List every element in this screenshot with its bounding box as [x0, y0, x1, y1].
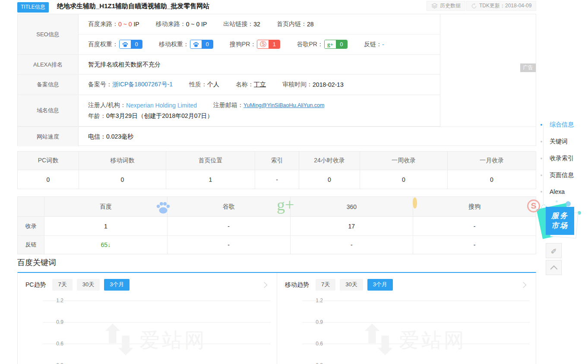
range-3m-button[interactable]: 3个月	[104, 279, 130, 291]
pencil-icon: ✎	[550, 246, 556, 255]
mobile-trend-chart: 移动趋势 7天 30天 3个月 1.2 0.9 0.6 0.3 爱站网	[277, 273, 536, 364]
engine-col-360: 360	[291, 197, 414, 216]
backlinks-google: -	[168, 236, 291, 254]
nav-dot-icon	[540, 157, 543, 160]
outbound-links: 出站链接：32	[223, 20, 260, 28]
stats-header: 一月收录	[448, 152, 536, 170]
stats-header: 移动词数	[79, 152, 166, 170]
site-speed-row: 网站速度 电信：0.023毫秒	[18, 127, 536, 146]
sidebar-item-keywords[interactable]: 关键词	[540, 138, 568, 146]
tdk-update-info: TDK更新：2018-04-09	[466, 1, 536, 11]
aizhan-watermark: 爱站网	[104, 323, 207, 358]
baidu-paw-icon	[155, 199, 171, 217]
pc-trend-chart: PC趋势 7天 30天 3个月 1.2 0.9 0.6 0.3 爱站网	[18, 273, 277, 364]
chevron-right-icon[interactable]	[261, 282, 267, 288]
sogou-s-icon: S	[527, 199, 540, 212]
baidu-weight-badge[interactable]: 0	[119, 40, 142, 49]
indexed-baidu[interactable]: 1	[44, 217, 168, 235]
backlinks: 反链： -	[364, 41, 384, 48]
y-tick: 1.2	[306, 298, 323, 304]
sidebar-item-index[interactable]: 收录索引	[540, 155, 574, 162]
google-pr-badge[interactable]: g+ 0	[324, 40, 348, 49]
y-tick: 0.6	[46, 341, 63, 347]
backlinks-baidu[interactable]: 65↓	[44, 236, 168, 254]
mobile-traffic: 移动来路：0 ~ 0 IP	[156, 20, 207, 28]
stats-value: -	[255, 170, 299, 189]
indexed-360[interactable]: 17	[291, 217, 414, 235]
nav-dot-icon	[540, 123, 543, 127]
y-tick: 0.3	[46, 362, 63, 364]
icp-record-row: 备案信息 备案号：浙ICP备18007267号-1 性质：个人 名称：丁立 审核…	[18, 75, 440, 95]
sogou-pr-badge[interactable]: Ⓢ 1	[257, 40, 280, 49]
icp-number-link[interactable]: 浙ICP备18007267号-1	[112, 81, 173, 89]
keyword-stats-table: PC词数 移动词数 首页位置 索引 24小时收录 一周收录 一月收录 0 0 1…	[17, 151, 536, 189]
pc-trend-label: PC趋势	[25, 281, 46, 289]
stats-value: 0	[448, 170, 536, 189]
range-7d-button[interactable]: 7天	[316, 279, 335, 291]
baidu-paw-icon	[120, 40, 131, 48]
aizhan-logo-icon	[364, 323, 394, 358]
history-data-button[interactable]: 历史数据	[427, 1, 465, 11]
stats-header: 索引	[255, 152, 299, 170]
stats-header: 首页位置	[166, 152, 255, 170]
nav-dot-icon	[540, 174, 543, 177]
baidu-weight: 百度权重： 0	[88, 40, 142, 49]
y-tick: 0.3	[306, 362, 323, 364]
range-3m-button[interactable]: 3个月	[367, 279, 393, 291]
trend-charts-panel: PC趋势 7天 30天 3个月 1.2 0.9 0.6 0.3 爱站网 移动趋势…	[17, 272, 536, 364]
y-tick: 0.9	[46, 319, 63, 325]
layers-icon	[431, 3, 438, 9]
sidebar-item-overview[interactable]: 综合信息	[540, 121, 574, 129]
homepage-internal-links: 首页内链：28	[277, 20, 314, 28]
ad-area: 广告	[441, 14, 536, 126]
stats-value: 1	[166, 170, 255, 189]
mobile-weight-badge[interactable]: 0	[190, 40, 213, 49]
mobile-trend-label: 移动趋势	[285, 281, 309, 289]
stats-value: 0	[18, 170, 79, 189]
nav-dot-icon	[540, 190, 543, 193]
chevron-up-icon	[550, 265, 557, 272]
stats-value: 0	[360, 170, 448, 189]
backlinks-sogou: -	[413, 236, 536, 254]
baidu-keywords-title: 百度关键词	[17, 257, 56, 268]
mobile-weight: 移动权重： 0	[159, 40, 213, 49]
stats-header: PC词数	[18, 152, 79, 170]
backlinks-360: -	[291, 236, 414, 254]
indexed-google: -	[168, 217, 291, 235]
sidebar-item-alexa[interactable]: Alexa	[540, 188, 565, 195]
y-tick: 0.6	[306, 341, 323, 347]
stats-value: 0	[79, 170, 166, 189]
record-name-link[interactable]: 丁立	[254, 81, 266, 89]
seo-row-label: SEO信息	[18, 14, 79, 54]
feedback-edit-button[interactable]: ✎	[546, 243, 562, 258]
range-30d-button[interactable]: 30天	[340, 279, 363, 291]
engine-corner-cell	[18, 197, 44, 216]
registrant-email-link[interactable]: YuMing@YinSiBaoHu.AliYun.com	[243, 102, 324, 108]
stats-header: 24小时收录	[299, 152, 360, 170]
indexed-row: 收录 1 - 17 -	[18, 217, 536, 235]
engine-col-google: 谷歌 g+	[168, 197, 291, 216]
refresh-icon	[471, 3, 477, 9]
engine-col-sogou: 搜狗 S	[413, 197, 536, 216]
backlinks-row: 反链 65↓ - - -	[18, 235, 536, 254]
360-circle-icon	[413, 199, 417, 206]
chevron-right-icon[interactable]	[520, 282, 526, 288]
service-market-badge[interactable]: 服务 市场	[546, 207, 574, 235]
aizhan-logo-icon	[104, 323, 134, 358]
speed-value-text: 电信：0.023毫秒	[88, 133, 133, 141]
domain-info-row: 域名信息 注册人/机构：Nexperian Holding Limited 注册…	[18, 95, 440, 127]
sidebar-item-pageinfo[interactable]: 页面信息	[540, 171, 574, 179]
alexa-rank-row: ALEXA排名 暂无排名或相关数据不充分	[18, 55, 440, 75]
stats-value: 0	[299, 170, 360, 189]
engine-col-baidu: 百度	[44, 197, 168, 216]
range-7d-button[interactable]: 7天	[52, 279, 72, 291]
down-arrow-icon: ↓	[107, 241, 111, 248]
aizhan-watermark: 爱站网	[364, 323, 466, 358]
seo-info-row: SEO信息 百度来路：0 ~ 0 IP 移动来路：0 ~ 0 IP 出站链接：3…	[18, 14, 440, 55]
stats-header: 一周收录	[360, 152, 448, 170]
range-30d-button[interactable]: 30天	[77, 279, 100, 291]
registrant-link[interactable]: Nexperian Holding Limited	[126, 102, 197, 109]
search-engine-table: 百度 谷歌 g+ 360 搜狗 S 收录 1 - 17 - 反链 65↓	[17, 196, 536, 254]
back-to-top-button[interactable]	[546, 260, 562, 275]
sogou-pr: 搜狗PR： Ⓢ 1	[230, 40, 280, 49]
